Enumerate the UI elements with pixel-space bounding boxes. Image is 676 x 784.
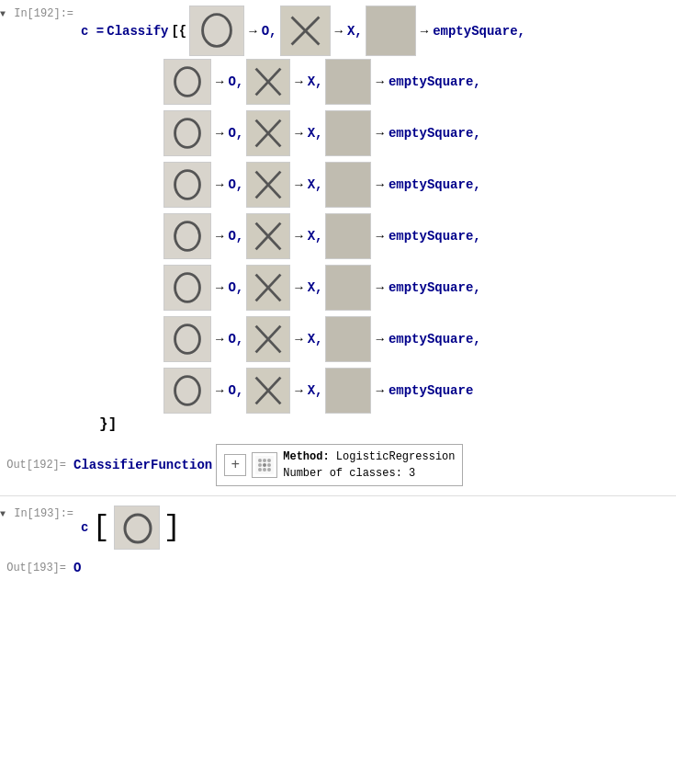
cell-192-label: ▼ In[192]:= xyxy=(0,6,81,20)
img-x-row1 xyxy=(246,59,290,105)
lbl-o4: O, xyxy=(228,229,243,244)
arr-e7: → xyxy=(376,383,383,398)
svg-point-54 xyxy=(267,463,271,467)
cell-192-input: ▼ In[192]:= c = Classify [{ → O, xyxy=(0,0,676,438)
lbl-x2: X, xyxy=(308,126,323,141)
cell-192-output: Out[192]= ClassifierFunction + xyxy=(0,438,676,492)
img-empty-row2 xyxy=(325,110,371,156)
lbl-e6: emptySquare, xyxy=(389,332,481,347)
arr-x7: → xyxy=(295,383,302,398)
classes-label: Number of classes: xyxy=(283,467,402,480)
cell-193-label: ▼ In[193]:= xyxy=(0,506,81,520)
open-brace: [{ xyxy=(171,24,186,39)
var-c: c = xyxy=(81,24,104,39)
lbl-x5: X, xyxy=(308,280,323,295)
svg-point-55 xyxy=(258,468,262,472)
img-empty-row1 xyxy=(325,59,371,105)
separator-1 xyxy=(0,495,676,496)
arrow-empty-0: → xyxy=(421,24,428,39)
img-o-row5 xyxy=(163,265,211,311)
lbl-e3: emptySquare, xyxy=(389,177,481,192)
lbl-o2: O, xyxy=(228,126,243,141)
img-empty-row6 xyxy=(325,316,371,362)
svg-rect-47 xyxy=(326,369,371,414)
img-o-row1 xyxy=(163,59,211,105)
rule-x-0: X, xyxy=(347,24,363,39)
classifier-box[interactable]: + xyxy=(216,444,463,486)
cell-193-content: c [ ] xyxy=(81,506,181,550)
lbl-x1: X, xyxy=(308,74,323,89)
lbl-x6: X, xyxy=(308,332,323,347)
arr-x5: → xyxy=(295,280,302,295)
svg-point-50 xyxy=(263,459,266,462)
classifier-dots-icon[interactable] xyxy=(252,452,277,478)
empty-drawing-0 xyxy=(366,6,415,55)
svg-rect-41 xyxy=(326,317,371,362)
svg-rect-5 xyxy=(366,6,415,55)
close-bracket-193: ] xyxy=(163,513,181,542)
x-drawing-5 xyxy=(247,266,289,310)
lbl-x7: X, xyxy=(308,383,323,398)
classifier-plus-icon[interactable]: + xyxy=(224,454,246,476)
arr-o7: → xyxy=(216,383,223,398)
img-empty-row0 xyxy=(366,6,416,56)
lbl-e4: emptySquare, xyxy=(389,229,481,244)
svg-point-53 xyxy=(263,463,266,467)
svg-rect-11 xyxy=(326,60,371,105)
toggle-193[interactable]: ▼ xyxy=(0,509,6,519)
img-x-row7 xyxy=(246,368,290,414)
cell-192: ▼ In[192]:= c = Classify [{ → O, xyxy=(0,0,676,492)
lbl-e7: emptySquare xyxy=(389,383,473,398)
arr-x2: → xyxy=(295,126,302,141)
lbl-o1: O, xyxy=(228,74,243,89)
arr-o5: → xyxy=(216,280,223,295)
method-label: Method: xyxy=(283,450,329,463)
svg-rect-6 xyxy=(164,60,210,104)
img-o-row6 xyxy=(163,316,211,362)
lbl-o5: O, xyxy=(228,280,243,295)
toggle-192[interactable]: ▼ xyxy=(0,9,6,19)
svg-point-52 xyxy=(258,463,262,467)
arr-x4: → xyxy=(295,229,302,244)
svg-rect-35 xyxy=(326,266,371,311)
empty-drawing-4 xyxy=(326,214,371,259)
x-drawing-4 xyxy=(247,214,289,258)
classes-info: Number of classes: 3 xyxy=(283,465,455,482)
x-drawing-6 xyxy=(247,317,289,361)
o-drawing-1 xyxy=(164,60,210,104)
svg-rect-23 xyxy=(326,163,371,208)
arr-x3: → xyxy=(295,177,302,192)
classes-value: 3 xyxy=(409,467,415,480)
close-braces: }] xyxy=(81,416,676,433)
classify-row-5: → O, → X, xyxy=(163,262,676,313)
classifier-info-block: Method: LogisticRegression Number of cla… xyxy=(283,449,455,482)
arr-e5: → xyxy=(376,280,383,295)
x-drawing-2 xyxy=(247,111,289,155)
svg-point-49 xyxy=(258,459,262,462)
img-x-row6 xyxy=(246,316,290,362)
cell-193-input: ▼ In[193]:= c [ ] xyxy=(0,500,676,555)
classify-row-1: → O, → X, xyxy=(163,56,676,108)
var-c-193: c xyxy=(81,520,88,535)
method-value: LogisticRegression xyxy=(336,450,456,463)
classify-row-6: → O, → X, xyxy=(163,313,676,365)
in-192-label: In[192]:= xyxy=(14,7,73,20)
arr-e4: → xyxy=(376,229,383,244)
img-empty-row4 xyxy=(325,213,371,259)
plus-symbol: + xyxy=(231,457,240,473)
lbl-x3: X, xyxy=(308,177,323,192)
empty-drawing-3 xyxy=(326,163,371,208)
classify-func: Classify xyxy=(107,24,168,39)
o-drawing-7 xyxy=(164,369,210,413)
arr-e1: → xyxy=(376,74,383,89)
svg-point-51 xyxy=(267,459,271,462)
img-o-row4 xyxy=(163,213,211,259)
method-info: Method: LogisticRegression xyxy=(283,449,455,465)
cell-193-output: Out[193]= O xyxy=(0,555,676,581)
arr-e3: → xyxy=(376,177,383,192)
x-drawing-0 xyxy=(281,6,330,55)
in-193-label: In[193]:= xyxy=(14,507,73,520)
svg-rect-17 xyxy=(326,111,371,156)
o-drawing-3 xyxy=(164,163,210,207)
o-drawing-4 xyxy=(164,214,210,258)
